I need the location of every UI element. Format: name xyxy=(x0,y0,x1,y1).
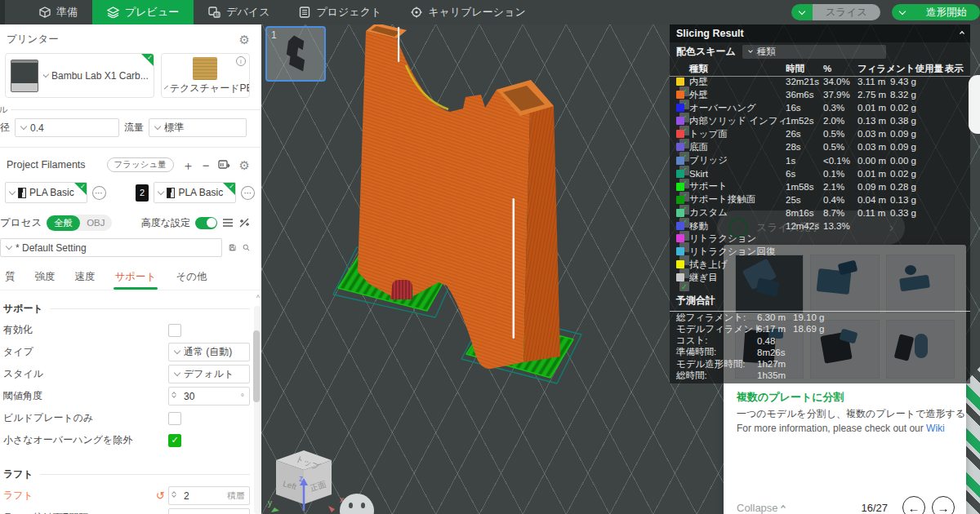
plate-only-checkbox[interactable] xyxy=(168,412,181,425)
total-cell: コスト: xyxy=(676,335,757,347)
preset-select[interactable]: * Default Setting xyxy=(0,238,222,257)
support-type-select[interactable]: 通常 (自動) xyxy=(168,343,250,361)
support-style-select[interactable]: デフォルト xyxy=(168,365,250,383)
process-scope-toggle[interactable]: 全般 OBJ xyxy=(47,215,111,231)
result-cell: 8.7% xyxy=(823,208,858,218)
tab-strength[interactable]: 強度 xyxy=(25,267,65,290)
printer-card[interactable]: Bambu Lab X1 Carb... xyxy=(5,53,154,98)
raft-zgap-input[interactable]: 0.1 mm xyxy=(168,508,250,514)
tip-next-button[interactable]: → xyxy=(932,496,955,514)
remove-filament-icon[interactable]: − xyxy=(203,159,210,171)
scope-global[interactable]: 全般 xyxy=(47,215,80,231)
filament-settings-gear-icon[interactable]: ⚙ xyxy=(239,159,250,171)
tab-prepare[interactable]: 準備 xyxy=(24,0,92,24)
raft-layers-stepper[interactable]: 2 積層 xyxy=(168,486,250,505)
result-cell: 2.75 m xyxy=(858,90,890,100)
tab-project[interactable]: プロジェクト xyxy=(284,0,396,24)
advanced-toggle[interactable] xyxy=(195,217,217,229)
color-scheme-value: 種類 xyxy=(757,46,776,58)
result-cell: 0.1% xyxy=(823,169,858,179)
sidebar-scrollbar-thumb[interactable] xyxy=(253,330,260,402)
filament-2-more-button[interactable]: ⋯ xyxy=(241,186,255,200)
plate-info-icon[interactable]: i xyxy=(236,56,246,66)
print-button-group: 造形開始 xyxy=(892,4,980,20)
model-3d[interactable] xyxy=(358,24,560,369)
print-dropdown-chevron[interactable] xyxy=(892,4,913,20)
printer-settings-gear-icon[interactable]: ⚙ xyxy=(239,33,250,46)
raft-section-title: ラフト xyxy=(3,467,33,481)
wiki-link[interactable]: Wiki xyxy=(926,423,945,434)
col-visible: 表示 xyxy=(945,63,964,75)
nozzle-diameter-select[interactable]: 0.4 xyxy=(15,118,119,137)
layer-slider[interactable] xyxy=(969,75,980,134)
total-cell: 総フィラメント: xyxy=(676,312,757,324)
result-cell: 0.09 m xyxy=(858,182,890,192)
seam-line-top xyxy=(398,27,399,62)
plate-1-thumbnail[interactable]: 1 xyxy=(265,26,326,82)
threshold-angle-stepper[interactable]: 30 ° xyxy=(168,387,250,405)
tune-params-icon[interactable] xyxy=(238,218,250,228)
printer-thumbnail xyxy=(11,60,38,92)
flow-select[interactable]: 標準 xyxy=(149,118,247,137)
threshold-angle-unit: ° xyxy=(241,392,244,401)
visibility-checkbox[interactable]: ✓ xyxy=(679,281,689,291)
filament-2-select[interactable]: PLA Basic xyxy=(154,182,236,203)
col-time: 時間 xyxy=(786,63,823,75)
color-scheme-select[interactable]: 種類 xyxy=(742,45,886,59)
list-view-icon[interactable] xyxy=(222,218,234,228)
result-cell: 0.03 m xyxy=(858,142,890,152)
result-cell: <0.1% xyxy=(823,156,858,166)
result-cell: 0.03 m xyxy=(858,129,890,139)
total-cell: 18.69 g xyxy=(793,324,964,334)
filament-1-more-button[interactable]: ⋯ xyxy=(92,186,106,200)
result-cell: 0.02 g xyxy=(890,169,944,179)
col-filament: フィラメント使用量 xyxy=(858,63,944,75)
scroll-up-arrow[interactable]: ^ xyxy=(256,294,260,302)
tab-support[interactable]: サポート xyxy=(105,267,167,290)
tab-speed[interactable]: 速度 xyxy=(65,267,105,290)
search-icon[interactable] xyxy=(243,241,250,254)
tab-device[interactable]: M デバイス xyxy=(194,0,284,24)
slice-dropdown-chevron[interactable] xyxy=(791,4,813,20)
result-cell: 0.5% xyxy=(823,129,858,139)
filament-1-select[interactable]: PLA Basic xyxy=(5,182,87,203)
save-icon[interactable] xyxy=(229,241,236,254)
ams-sync-icon[interactable] xyxy=(218,159,231,171)
preview-layers-icon xyxy=(107,7,119,18)
tab-others[interactable]: その他 xyxy=(166,267,216,290)
print-button[interactable]: 造形開始 xyxy=(913,4,980,20)
prepare-cube-icon xyxy=(39,7,51,18)
result-cell: 0.04 m xyxy=(858,195,890,205)
total-row: モデルフィラメント:6.17 m18.69 g xyxy=(670,323,970,335)
result-cell: 0.11 m xyxy=(858,208,890,218)
feature-color-swatch xyxy=(676,78,684,86)
plate-type-card[interactable]: i テクスチャードPEI... xyxy=(161,53,250,98)
result-cell: 0.02 g xyxy=(890,103,944,113)
filament-1-name: PLA Basic xyxy=(29,187,74,198)
slice-button[interactable]: スライス xyxy=(813,4,880,20)
sidebar-scrollbar[interactable] xyxy=(254,306,261,514)
tab-calibration[interactable]: キャリブレーション xyxy=(396,0,540,24)
collapse-button[interactable]: Collapse xyxy=(737,502,785,514)
tab-quality[interactable]: 質 xyxy=(0,267,25,290)
tip-info-text: For more information, please check out o… xyxy=(737,423,926,434)
flush-volume-button[interactable]: フラッシュ量 xyxy=(107,157,174,172)
support-type-value: 通常 (自動) xyxy=(184,345,232,359)
feature-color-swatch xyxy=(676,183,684,191)
support-enable-checkbox[interactable] xyxy=(168,324,181,337)
tab-preview[interactable]: プレビュー xyxy=(92,0,194,24)
add-filament-icon[interactable]: ＋ xyxy=(182,159,194,171)
viewport-3d[interactable]: 1 トップ Left 正面 z x y ✓ スライス完了 › xyxy=(261,24,980,514)
filament-spool-icon xyxy=(167,188,175,198)
printer-synced-check-icon xyxy=(141,54,154,66)
result-cell: 25s xyxy=(786,195,823,205)
tip-prev-button[interactable]: ← xyxy=(902,496,925,514)
raft-reset-icon[interactable]: ↺ xyxy=(156,490,165,502)
scope-objects[interactable]: OBJ xyxy=(80,216,111,229)
result-cell: サポート接触面 xyxy=(689,193,786,206)
small-overhang-checkbox[interactable]: ✓ xyxy=(168,434,181,447)
support-style-value: デフォルト xyxy=(184,367,234,381)
filament-spool-icon xyxy=(18,188,26,198)
result-cell: 0.13 m xyxy=(858,116,890,126)
filament-2-check-icon xyxy=(223,183,235,195)
